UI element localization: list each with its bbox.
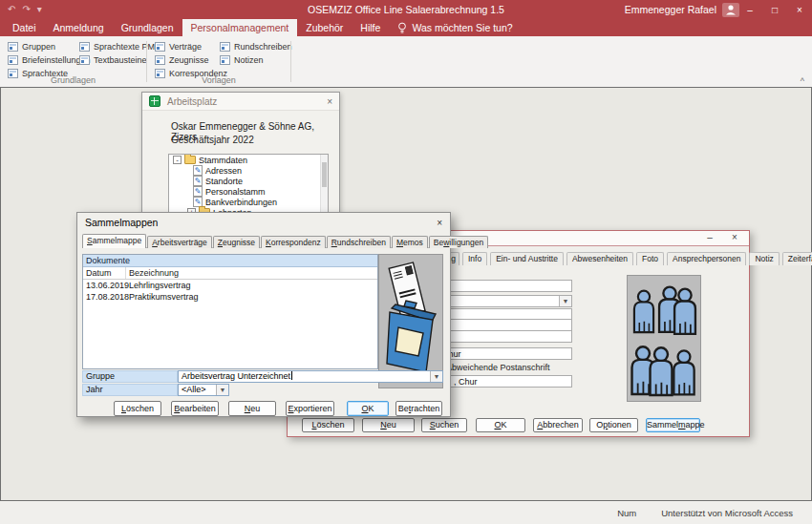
bearbeiten-button[interactable]: Bearbeiten [171,401,219,416]
column-header-bezeichnung[interactable]: Bezeichnung [126,267,377,279]
tab-zeiterfassung[interactable]: Zeiterfassung [782,252,812,265]
gruppe-row: Gruppe Arbeitsvertrag Unterzeichnet ▼ [82,370,447,383]
sammelmappen-titlebar: Sammelmappen × [77,213,450,232]
window-controls: – □ × [737,0,812,19]
neu-button[interactable]: Neu [228,401,276,416]
ribbon-column: VerträgeZeugnisseKorrespondenz [155,40,227,80]
tab-ein-und-austritte[interactable]: Ein- und Austritte [490,252,564,265]
app-titlebar: ↶ ↷ ▾ OSEMZIZ Office Line Salaerabrechnu… [0,0,812,19]
group-divider [290,41,291,82]
tab-info[interactable]: Info [462,252,487,265]
minimize-icon[interactable]: – [737,0,762,19]
form-icon [8,42,18,52]
ribbon-item-sprachtexte-pm[interactable]: Sprachtexte PM [79,40,155,53]
loeschen-button[interactable]: Löschen [302,418,354,432]
tab-bewilligungen[interactable]: Bewilligungen [429,236,488,248]
personalstamm-close-icon[interactable]: × [727,232,742,242]
loeschen-button[interactable]: Löschen [114,401,161,416]
ribbon-item-textbausteine[interactable]: Textbausteine [79,53,155,67]
ok-button[interactable]: OK [476,418,525,432]
postal-address-label: Abweichende Postanschrift [446,363,550,372]
collapse-icon[interactable]: - [173,156,182,164]
ribbon-item-briefeinstellungen[interactable]: Briefeinstellungen [8,53,91,67]
tab-memos[interactable]: Memos [392,236,428,248]
ribbon-tab-anmeldung[interactable]: Anmeldung [45,19,113,36]
tab-notiz[interactable]: Notiz [749,252,779,265]
tree-item-adressen[interactable]: ✎Adressen [169,165,328,176]
tab-korrespondenz[interactable]: Korrespondenz [261,236,326,248]
ribbon-item-zeugnisse[interactable]: Zeugnisse [155,53,227,67]
ribbon-tab-bar: DateiAnmeldungGrundlagenPersonalmanageme… [0,19,812,36]
sammelmappen-buttons: LöschenBearbeitenNeuExportierenOKBetrach… [77,401,450,417]
sammelmappen-tab-strip: SammelmappeArbeitsverträgeZeugnisseKorre… [82,234,489,248]
tab-ansprechpersonen[interactable]: Ansprechpersonen [667,252,746,265]
ribbon: ^ GruppenBriefeinstellungenSprachtexteSp… [0,36,812,87]
tab-arbeitsvertraege[interactable]: Arbeitsverträge [147,236,212,248]
ribbon-tabs: DateiAnmeldungGrundlagenPersonalmanageme… [4,19,389,36]
num-lock-indicator: Num [617,508,636,518]
documents-header-row: DatumBezeichnung [83,267,377,280]
ribbon-tab-datei[interactable]: Datei [4,19,45,36]
close-icon[interactable]: × [787,0,812,19]
tree-item-label: Standorte [205,177,243,186]
betrachten-button[interactable]: Betrachten [395,401,442,416]
tab-abwesenheiten[interactable]: Abwesenheiten [566,252,633,265]
sammelmappen-close-icon[interactable]: × [437,218,442,228]
screen: { "window": { "title": "OSEMZIZ Office L… [0,0,812,524]
ribbon-tab-hilfe[interactable]: Hilfe [352,19,389,36]
column-header-datum[interactable]: Datum [83,267,126,279]
people-clipart [627,275,701,402]
ribbon-item-rundschreiben[interactable]: Rundschreiben [220,40,292,53]
optionen-button[interactable]: Optionen [589,418,638,432]
ribbon-group-grundlagen: GruppenBriefeinstellungenSprachtexteSpra… [0,36,146,87]
personalstamm-tabs: ngInfoEin- und AustritteAbwesenheitenFot… [431,251,812,265]
tree-item-stammdaten[interactable]: -Stammdaten [169,155,328,165]
arbeitsplatz-window: Arbeitsplatz × Oskar Emmenegger & Söhne … [141,92,340,227]
tab-sammelmappe[interactable]: Sammelmappe [82,234,146,248]
tree-item-bankverbindungen[interactable]: ✎Bankverbindungen [169,197,328,207]
abbrechen-button[interactable]: Abbrechen [533,418,583,432]
tab-rundschreiben[interactable]: Rundschreiben [327,236,391,248]
folder-icon [184,156,196,164]
ribbon-group-vorlagen: VerträgeZeugnisseKorrespondenzRundschrei… [147,36,290,87]
jahr-value: <Alle> [182,385,206,394]
form-icon [79,55,90,65]
personalstamm-minimize-icon[interactable]: – [702,232,717,242]
dropdown-icon[interactable]: ▼ [559,296,571,306]
exportieren-button[interactable]: Exportieren [286,401,334,416]
gruppe-combobox[interactable]: Arbeitsvertrag Unterzeichnet ▼ [178,370,443,383]
maximize-icon[interactable]: □ [762,0,787,19]
tree-rows: -Stammdaten✎Adressen✎Standorte✎Personals… [169,155,328,218]
suchen-button[interactable]: Suchen [421,418,467,432]
sammelmappe-button[interactable]: Sammelmappe [646,418,700,432]
tell-me[interactable]: Was möchten Sie tun? [389,19,521,36]
ribbon-group-label: Grundlagen [0,75,146,85]
ok-button[interactable]: OK [347,401,389,416]
ribbon-item-vertraege[interactable]: Verträge [155,40,227,53]
status-bar: Num Unterstützt von Microsoft Access [0,501,812,524]
ribbon-item-label: Zeugnisse [169,55,209,65]
neu-button[interactable]: Neu [362,418,415,432]
ribbon-item-gruppen[interactable]: Gruppen [8,40,91,53]
tree-item-label: Bankverbindungen [205,198,277,207]
table-row[interactable]: 17.08.2018Praktikumsvertrag [83,291,377,303]
ribbon-column: RundschreibenNotizen [220,40,292,67]
collapse-ribbon-icon[interactable]: ^ [801,76,804,86]
ribbon-tab-grundlagen[interactable]: Grundlagen [113,19,182,36]
ribbon-item-notizen[interactable]: Notizen [220,53,292,67]
ribbon-item-label: Notizen [234,55,264,65]
arbeitsplatz-close-icon[interactable]: × [327,96,332,107]
tab-foto[interactable]: Foto [636,252,664,265]
table-row[interactable]: 13.06.2019Lehrlingsvertrag [83,280,377,291]
field-value: , Chur [454,377,478,388]
user-name[interactable]: Emmenegger Rafael [625,4,716,15]
tab-zeugnisse[interactable]: Zeugnisse [213,236,260,248]
gruppe-dropdown-icon[interactable]: ▼ [430,371,442,382]
tree-item-standorte[interactable]: ✎Standorte [169,176,328,186]
tree-item-personalstamm[interactable]: ✎Personalstamm [169,186,328,197]
ribbon-tab-personalmanagement[interactable]: Personalmanagement [182,19,298,36]
jahr-combobox[interactable]: <Alle> ▼ [178,384,229,396]
ribbon-column: GruppenBriefeinstellungenSprachtexte [8,40,91,80]
jahr-dropdown-icon[interactable]: ▼ [216,385,228,395]
ribbon-tab-zubehoer[interactable]: Zubehör [297,19,352,36]
